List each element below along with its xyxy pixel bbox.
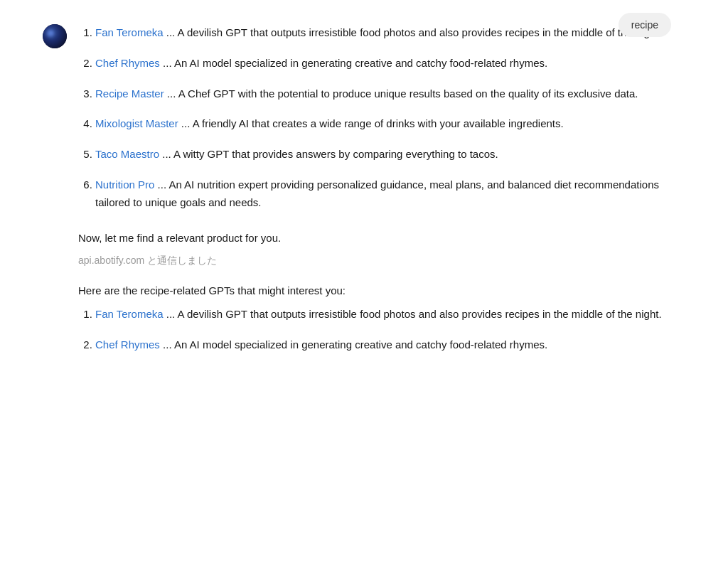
list-item: Nutrition Pro ... An AI nutrition expert… (95, 176, 671, 212)
list-item-description: ... A devilish GPT that outputs irresist… (164, 26, 662, 38)
second-list-block: Fan Teromeka ... A devilish GPT that out… (0, 303, 728, 357)
list-item-description: ... An AI model specialized in generatin… (160, 338, 547, 351)
first-ordered-list: Fan Teromeka ... A devilish GPT that out… (78, 24, 671, 211)
recipe-tag-label: recipe (631, 19, 658, 31)
link-taco-maestro[interactable]: Taco Maestro (95, 148, 159, 160)
muted-text-block: api.abotify.com と通信しました (0, 250, 728, 274)
link-nutrition-pro[interactable]: Nutrition Pro (95, 178, 154, 191)
list-item-description: ... A witty GPT that provides answers by… (159, 148, 498, 160)
plain-text-2-content: Here are the recipe-related GPTs that mi… (78, 284, 346, 296)
list-item: Fan Teromeka ... A devilish GPT that out… (95, 24, 671, 42)
list-item: Chef Rhymes ... An AI model specialized … (95, 55, 671, 73)
list-item: Mixologist Master ... A friendly AI that… (95, 115, 671, 133)
plain-text-1: Now, let me find a relevant product for … (0, 221, 728, 250)
link-recipe-master[interactable]: Recipe Master (95, 87, 164, 100)
link-mixologist-master[interactable]: Mixologist Master (95, 117, 178, 129)
list-item: Taco Maestro ... A witty GPT that provid… (95, 146, 671, 164)
list-item: Recipe Master ... A Chef GPT with the po… (95, 85, 671, 103)
link-fan-teromeka-1[interactable]: Fan Teromeka (95, 26, 164, 38)
list-item-description: ... A Chef GPT with the potential to pro… (164, 87, 638, 100)
link-chef-rhymes-1[interactable]: Chef Rhymes (95, 57, 160, 69)
plain-text-2: Here are the recipe-related GPTs that mi… (0, 274, 728, 303)
link-fan-teromeka-2[interactable]: Fan Teromeka (95, 308, 164, 320)
muted-text-content: api.abotify.com と通信しました (78, 255, 217, 266)
list-item-description: ... A devilish GPT that outputs irresist… (164, 308, 662, 320)
list-item-description: ... An AI nutrition expert providing per… (95, 178, 659, 208)
second-ordered-list: Fan Teromeka ... A devilish GPT that out… (78, 306, 671, 354)
page-container: recipe Fan Teromeka ... A devilish GPT t… (0, 0, 728, 561)
avatar (43, 24, 67, 48)
avatar-inner (43, 24, 67, 48)
list-item: Fan Teromeka ... A devilish GPT that out… (95, 306, 671, 324)
link-chef-rhymes-2[interactable]: Chef Rhymes (95, 338, 160, 351)
recipe-tag: recipe (619, 13, 671, 37)
message-content: Fan Teromeka ... A devilish GPT that out… (78, 21, 671, 211)
message-block: Fan Teromeka ... A devilish GPT that out… (0, 14, 728, 218)
list-item-description: ... A friendly AI that creates a wide ra… (178, 117, 564, 129)
list-item: Chef Rhymes ... An AI model specialized … (95, 336, 671, 354)
plain-text-1-content: Now, let me find a relevant product for … (78, 232, 281, 244)
list-item-description: ... An AI model specialized in generatin… (160, 57, 547, 69)
